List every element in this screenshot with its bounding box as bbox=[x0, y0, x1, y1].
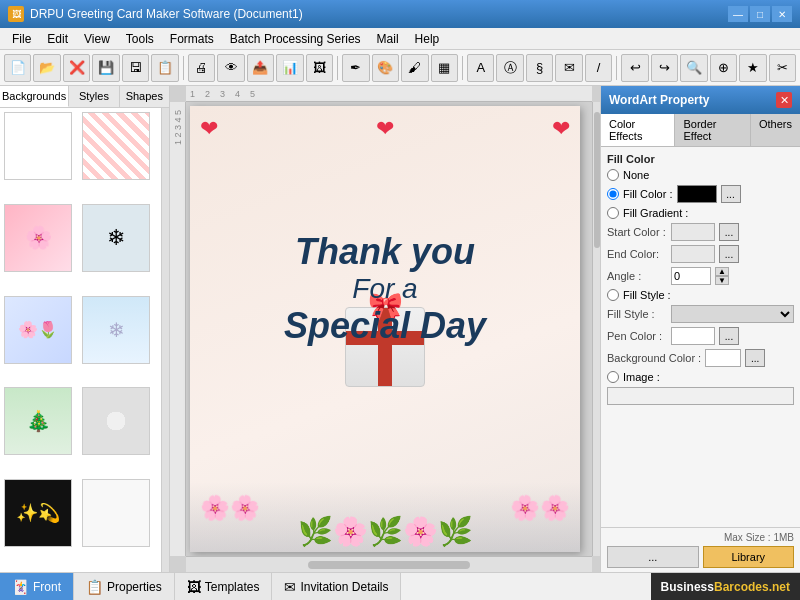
panel-body: Fill Color None Fill Color : ... Fill Gr… bbox=[601, 147, 800, 527]
print-button[interactable]: 🖨 bbox=[188, 54, 215, 82]
right-panel: WordArt Property ✕ Color Effects Border … bbox=[600, 86, 800, 572]
thumbnail-4[interactable]: ❄ bbox=[82, 204, 150, 272]
angle-up[interactable]: ▲ bbox=[715, 267, 729, 276]
extra3-button[interactable]: ✂ bbox=[769, 54, 796, 82]
extra2-button[interactable]: ★ bbox=[739, 54, 766, 82]
angle-input[interactable] bbox=[671, 267, 711, 285]
fill-gradient-radio-row: Fill Gradient : bbox=[607, 207, 794, 219]
end-color-input[interactable] bbox=[671, 245, 715, 263]
image-button[interactable]: 🖼 bbox=[306, 54, 333, 82]
image-path-input[interactable] bbox=[607, 387, 794, 405]
undo-button[interactable]: ↩ bbox=[621, 54, 648, 82]
menu-mail[interactable]: Mail bbox=[369, 30, 407, 48]
menu-view[interactable]: View bbox=[76, 30, 118, 48]
thumbnail-10[interactable] bbox=[82, 479, 150, 547]
wordart-button[interactable]: Ⓐ bbox=[496, 54, 523, 82]
bg-color-picker[interactable]: ... bbox=[745, 349, 765, 367]
barcode-button[interactable]: ▦ bbox=[431, 54, 458, 82]
angle-label: Angle : bbox=[607, 270, 667, 282]
tab-styles[interactable]: Styles bbox=[69, 86, 119, 107]
fill-color-picker-button[interactable]: ... bbox=[721, 185, 741, 203]
export-button[interactable]: 📊 bbox=[276, 54, 303, 82]
start-color-input[interactable] bbox=[671, 223, 715, 241]
thumbnail-5[interactable]: 🌸🌷 bbox=[4, 296, 72, 364]
brush-button[interactable]: 🖌 bbox=[401, 54, 428, 82]
tab-color-effects[interactable]: Color Effects bbox=[601, 114, 675, 146]
scrollbar-right[interactable] bbox=[592, 102, 600, 556]
tab-invitation-details[interactable]: ✉ Invitation Details bbox=[272, 573, 401, 600]
menu-formats[interactable]: Formats bbox=[162, 30, 222, 48]
none-radio[interactable] bbox=[607, 169, 619, 181]
app-icon: 🖼 bbox=[8, 6, 24, 22]
end-color-picker[interactable]: ... bbox=[719, 245, 739, 263]
ellipsis-button[interactable]: ... bbox=[607, 546, 699, 568]
menu-file[interactable]: File bbox=[4, 30, 39, 48]
gradient-button[interactable]: 🎨 bbox=[372, 54, 399, 82]
mail-button[interactable]: ✉ bbox=[555, 54, 582, 82]
card-line3: Special Day bbox=[284, 305, 486, 347]
menu-tools[interactable]: Tools bbox=[118, 30, 162, 48]
new-button[interactable]: 📄 bbox=[4, 54, 31, 82]
tab-shapes[interactable]: Shapes bbox=[120, 86, 169, 107]
fill-gradient-radio[interactable] bbox=[607, 207, 619, 219]
invitation-icon: ✉ bbox=[284, 579, 296, 595]
open-recent-button[interactable]: 📋 bbox=[151, 54, 178, 82]
open-button[interactable]: 📂 bbox=[33, 54, 60, 82]
tab-properties[interactable]: 📋 Properties bbox=[74, 573, 175, 600]
symbol-button[interactable]: § bbox=[526, 54, 553, 82]
zoom-in-button[interactable]: 🔍 bbox=[680, 54, 707, 82]
save-as-button[interactable]: 🖫 bbox=[122, 54, 149, 82]
extra1-button[interactable]: ⊕ bbox=[710, 54, 737, 82]
image-radio[interactable] bbox=[607, 371, 619, 383]
main-content: Backgrounds Styles Shapes 🌸 ❄ 🌸🌷 ❄ 🎄 ✨💫 … bbox=[0, 86, 800, 572]
start-color-picker[interactable]: ... bbox=[719, 223, 739, 241]
thumbnail-6[interactable]: ❄ bbox=[82, 296, 150, 364]
line-button[interactable]: / bbox=[585, 54, 612, 82]
thumbnail-3[interactable]: 🌸 bbox=[4, 204, 72, 272]
menu-help[interactable]: Help bbox=[407, 30, 448, 48]
close-button[interactable]: ✕ bbox=[772, 6, 792, 22]
fill-gradient-label: Fill Gradient : bbox=[623, 207, 688, 219]
fill-style-radio[interactable] bbox=[607, 289, 619, 301]
angle-spinner[interactable]: ▲ ▼ bbox=[715, 267, 729, 285]
menu-batch[interactable]: Batch Processing Series bbox=[222, 30, 369, 48]
pen-color-picker[interactable]: ... bbox=[719, 327, 739, 345]
maximize-button[interactable]: □ bbox=[750, 6, 770, 22]
menu-edit[interactable]: Edit bbox=[39, 30, 76, 48]
share-button[interactable]: 📤 bbox=[247, 54, 274, 82]
close-doc-button[interactable]: ❌ bbox=[63, 54, 90, 82]
fill-color-swatch[interactable] bbox=[677, 185, 717, 203]
tab-templates[interactable]: 🖼 Templates bbox=[175, 573, 273, 600]
angle-down[interactable]: ▼ bbox=[715, 276, 729, 285]
toolbar: 📄 📂 ❌ 💾 🖫 📋 🖨 👁 📤 📊 🖼 ✒ 🎨 🖌 ▦ A Ⓐ § ✉ / … bbox=[0, 50, 800, 86]
fill-color-radio[interactable] bbox=[607, 188, 619, 200]
pen-button[interactable]: ✒ bbox=[342, 54, 369, 82]
card-line1: Thank you bbox=[284, 231, 486, 273]
left-scrollbar[interactable] bbox=[161, 108, 169, 572]
templates-icon: 🖼 bbox=[187, 579, 201, 595]
thumbnail-7[interactable]: 🎄 bbox=[4, 387, 72, 455]
tab-front[interactable]: 🃏 Front bbox=[0, 573, 74, 600]
thumbnail-2[interactable] bbox=[82, 112, 150, 180]
scroll-thumb-v[interactable] bbox=[594, 112, 600, 248]
ruler-left-label: 1 2 3 4 5 bbox=[173, 110, 183, 145]
thumbnail-1[interactable] bbox=[4, 112, 72, 180]
redo-button[interactable]: ↪ bbox=[651, 54, 678, 82]
scroll-thumb-h[interactable] bbox=[308, 561, 470, 569]
thumbnail-8[interactable] bbox=[82, 387, 150, 455]
text-button[interactable]: A bbox=[467, 54, 494, 82]
heart-left: ❤ bbox=[200, 116, 218, 142]
scrollbar-bottom[interactable] bbox=[186, 556, 592, 572]
tab-backgrounds[interactable]: Backgrounds bbox=[0, 86, 69, 107]
minimize-button[interactable]: — bbox=[728, 6, 748, 22]
tab-others[interactable]: Others bbox=[751, 114, 800, 146]
bg-color-input[interactable] bbox=[705, 349, 741, 367]
tab-border-effect[interactable]: Border Effect bbox=[675, 114, 751, 146]
panel-close-button[interactable]: ✕ bbox=[776, 92, 792, 108]
library-button[interactable]: Library bbox=[703, 546, 795, 568]
save-button[interactable]: 💾 bbox=[92, 54, 119, 82]
print-preview-button[interactable]: 👁 bbox=[217, 54, 244, 82]
thumbnail-9[interactable]: ✨💫 bbox=[4, 479, 72, 547]
fill-style-dropdown[interactable] bbox=[671, 305, 794, 323]
pen-color-input[interactable] bbox=[671, 327, 715, 345]
